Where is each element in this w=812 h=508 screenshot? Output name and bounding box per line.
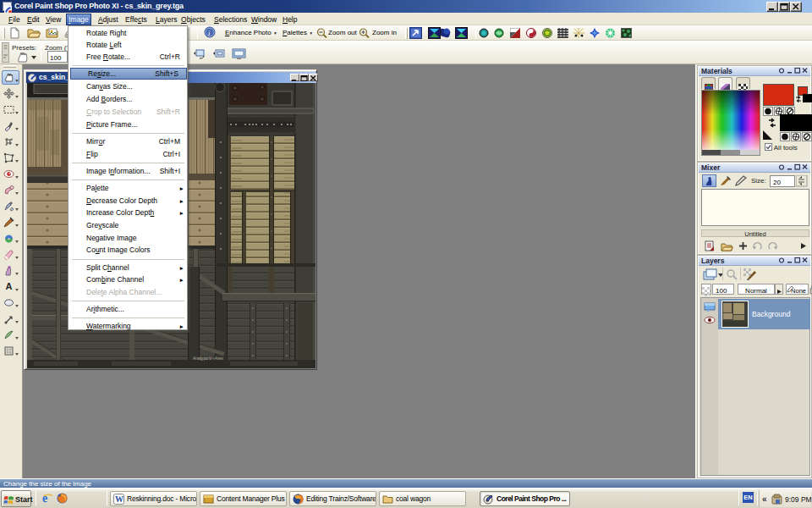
svg-text:Analg po V - Anex: Analg po V - Anex: [193, 356, 224, 361]
svg-text:W: W: [115, 494, 123, 504]
